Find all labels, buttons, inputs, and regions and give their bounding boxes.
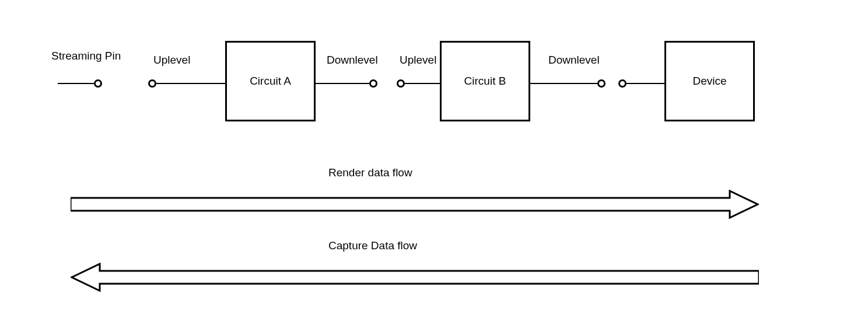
line-downlevel-2 (530, 83, 597, 84)
pin-device-in (618, 79, 626, 88)
device-text: Device (692, 75, 726, 88)
streaming-pin-label: Streaming Pin (51, 50, 121, 62)
line-streaming (58, 83, 94, 84)
pin-uplevel-1 (148, 79, 156, 88)
line-uplevel-2 (405, 83, 440, 84)
line-device (626, 83, 664, 84)
circuit-a-text: Circuit A (250, 75, 291, 88)
device-box: Device (664, 41, 755, 121)
pin-downlevel-1 (369, 79, 377, 88)
diagram-canvas: Streaming Pin Uplevel Downlevel Uplevel … (0, 0, 868, 324)
line-uplevel-1 (156, 83, 225, 84)
capture-arrow-icon (71, 263, 759, 292)
circuit-b-box: Circuit B (440, 41, 530, 121)
circuit-a-box: Circuit A (225, 41, 316, 121)
uplevel-2-label: Uplevel (400, 54, 436, 67)
svg-marker-1 (72, 264, 759, 291)
pin-uplevel-2 (397, 79, 405, 88)
pin-downlevel-2 (597, 79, 606, 88)
pin-streaming (94, 79, 102, 88)
render-flow-label: Render data flow (328, 166, 412, 179)
capture-flow-label: Capture Data flow (328, 239, 417, 252)
circuit-b-text: Circuit B (464, 75, 506, 88)
downlevel-1-label: Downlevel (327, 54, 378, 67)
svg-marker-0 (71, 191, 758, 218)
downlevel-2-label: Downlevel (548, 54, 600, 67)
render-arrow-icon (71, 190, 759, 219)
uplevel-1-label: Uplevel (153, 54, 190, 67)
line-downlevel-1 (316, 83, 369, 84)
